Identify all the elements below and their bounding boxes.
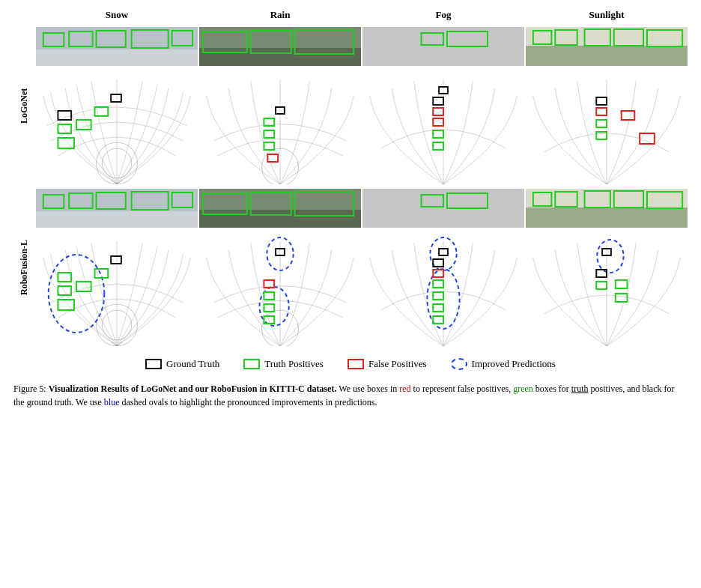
logonet-rain-lidar: [199, 66, 361, 184]
caption-green-word: green: [513, 384, 533, 394]
robofusion-lidar-row: [36, 228, 688, 346]
legend-ground-truth: Ground Truth: [145, 358, 219, 370]
logonet-cam-row: [36, 27, 688, 66]
logonet-fog-lidar: [362, 66, 524, 184]
logonet-rows: [36, 27, 688, 184]
caption-text1: We use boxes in: [336, 384, 399, 394]
logonet-sun-cam: [526, 27, 688, 66]
logonet-rain-cam: [199, 27, 361, 66]
svg-rect-8: [199, 48, 361, 66]
robofusion-fog-lidar: [362, 228, 524, 346]
logonet-section: LoGoNet: [13, 27, 688, 184]
logonet-snow-lidar: [36, 66, 198, 184]
caption-text5: dashed ovals to highlight the pronounced…: [119, 397, 377, 407]
legend-improved-predictions: Improved Predictions: [451, 358, 556, 370]
robofusion-cam-row: [36, 189, 688, 228]
robofusion-snow-cam: [36, 189, 198, 228]
truth-positives-box-icon: [243, 359, 260, 369]
svg-rect-54: [36, 211, 198, 228]
caption-red-word: red: [399, 384, 410, 394]
row-label-logonet: LoGoNet: [13, 27, 34, 184]
legend: Ground Truth Truth Positives False Posit…: [13, 355, 688, 373]
robofusion-rain-lidar: [199, 228, 361, 346]
logonet-snow-cam: [36, 27, 198, 66]
figure-5: Snow Rain Fog Sunlight LoGoNet: [13, 7, 688, 409]
robofusion-sun-lidar: [526, 228, 688, 346]
logonet-sun-lidar: [526, 66, 688, 184]
svg-rect-61: [199, 210, 361, 228]
caption-text2: to represent false positives,: [411, 384, 514, 394]
robofusion-sun-cam: [526, 189, 688, 228]
legend-false-positives: False Positives: [348, 358, 427, 370]
col-header-rain: Rain: [199, 7, 361, 22]
figure-caption: Figure 5: Visualization Results of LoGoN…: [13, 382, 688, 409]
column-headers: Snow Rain Fog Sunlight: [13, 7, 688, 22]
false-positives-box-icon: [348, 359, 364, 369]
svg-rect-16: [526, 46, 688, 66]
improved-predictions-label: Improved Predictions: [472, 358, 556, 370]
robofusion-fog-cam: [362, 189, 524, 228]
logonet-fog-cam: [362, 27, 524, 66]
logonet-lidar-row: [36, 66, 688, 184]
caption-truth-word: truth: [571, 384, 589, 394]
improved-predictions-oval-icon: [451, 358, 467, 370]
robofusion-rows: [36, 189, 688, 346]
caption-figure-label: Figure 5:: [13, 384, 49, 394]
robofusion-snow-lidar: [36, 228, 198, 346]
ground-truth-label: Ground Truth: [166, 358, 219, 370]
false-positives-label: False Positives: [368, 358, 427, 370]
caption-blue-word: blue: [104, 397, 120, 407]
svg-rect-69: [526, 207, 688, 228]
robofusion-section: RoboFusion-L: [13, 189, 688, 346]
svg-rect-1: [36, 49, 198, 66]
col-header-fog: Fog: [362, 7, 524, 22]
caption-text3: boxes for: [533, 384, 571, 394]
truth-positives-label: Truth Positives: [264, 358, 324, 370]
ground-truth-box-icon: [145, 359, 162, 369]
col-header-sunlight: Sunlight: [526, 7, 688, 22]
caption-title: Visualization Results of LoGoNet and our…: [49, 384, 337, 394]
legend-truth-positives: Truth Positives: [243, 358, 324, 370]
col-header-snow: Snow: [36, 7, 198, 22]
robofusion-rain-cam: [199, 189, 361, 228]
row-label-robofusion: RoboFusion-L: [13, 189, 34, 346]
